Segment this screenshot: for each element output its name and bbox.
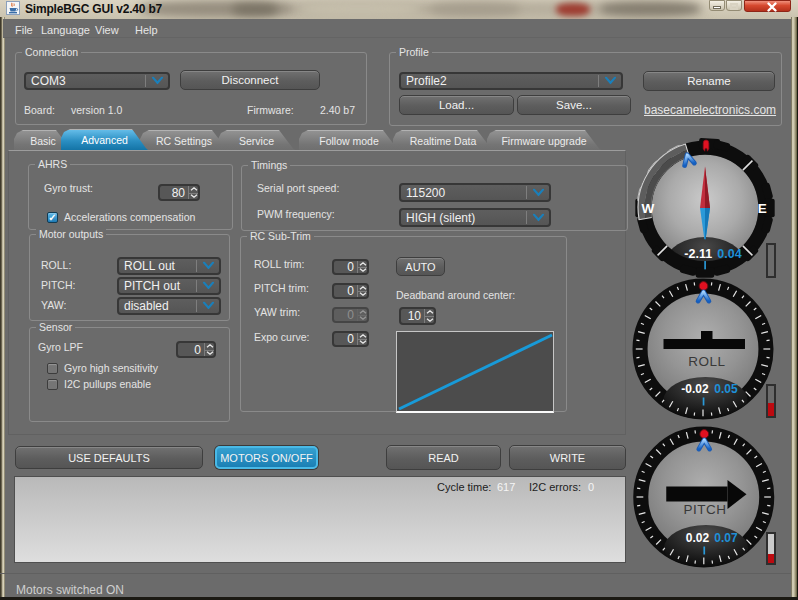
svg-text:0.02: 0.02 <box>686 531 710 545</box>
svg-text:-0.02: -0.02 <box>681 382 709 396</box>
svg-text:0.04: 0.04 <box>717 247 741 261</box>
svg-text:W: W <box>641 201 654 216</box>
svg-text:ROLL: ROLL <box>688 354 725 369</box>
svg-text:0.07: 0.07 <box>714 531 738 545</box>
svg-text:E: E <box>757 201 766 216</box>
svg-text:0.05: 0.05 <box>714 382 738 396</box>
svg-text:PITCH: PITCH <box>684 502 727 517</box>
svg-text:-2.11: -2.11 <box>684 247 712 261</box>
